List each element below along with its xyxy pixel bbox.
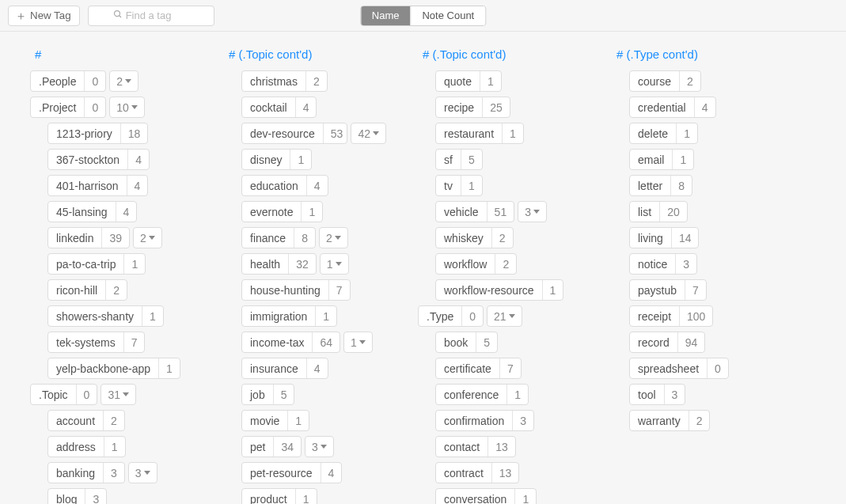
tag-expand-button[interactable]: 1 — [320, 253, 349, 275]
tag-pill[interactable]: .Project0 — [30, 97, 106, 118]
tag-pill[interactable]: list20 — [629, 201, 688, 222]
tag-pill[interactable]: book5 — [435, 332, 498, 353]
tag-expand-button[interactable]: 2 — [109, 70, 138, 92]
tag-pill[interactable]: vehicle51 — [435, 201, 514, 222]
tag-count: 100 — [679, 306, 712, 326]
tag-pill[interactable]: health32 — [241, 253, 317, 275]
tag-expand-button[interactable]: 3 — [305, 436, 334, 457]
tag-pill[interactable]: product1 — [241, 488, 317, 504]
tag-children-count: 21 — [494, 310, 506, 323]
tag-pill[interactable]: .People0 — [30, 70, 106, 92]
tag-expand-button[interactable]: 1 — [343, 332, 373, 353]
tag-pill[interactable]: warranty2 — [629, 410, 710, 431]
search-field[interactable] — [88, 6, 214, 26]
tag-pill[interactable]: receipt100 — [629, 305, 713, 327]
tag-pill[interactable]: course2 — [629, 70, 701, 92]
tag-expand-button[interactable]: 2 — [319, 227, 348, 248]
tag-pill[interactable]: 367-stockton4 — [47, 149, 150, 170]
tag-pill[interactable]: address1 — [47, 436, 126, 457]
tag-pill[interactable]: certificate7 — [435, 358, 522, 379]
tag-expand-button[interactable]: 21 — [487, 305, 522, 327]
sort-by-note-count[interactable]: Note Count — [410, 6, 485, 25]
search-input[interactable] — [126, 9, 189, 21]
tag-pill[interactable]: insurance4 — [241, 358, 328, 379]
tag-pill[interactable]: tek-systems7 — [47, 332, 145, 353]
tag-name: contact — [436, 437, 487, 457]
tag-pill[interactable]: job5 — [241, 384, 294, 405]
tag-pill[interactable]: tv1 — [435, 175, 483, 196]
tag-pill[interactable]: letter8 — [629, 175, 692, 196]
tag-pill[interactable]: email1 — [629, 149, 694, 170]
tag-pill[interactable]: evernote1 — [241, 201, 323, 222]
tag-pill[interactable]: .Topic0 — [30, 384, 97, 405]
tag-pill[interactable]: pet34 — [241, 436, 302, 457]
tag-name: movie — [242, 411, 287, 430]
tag-pill[interactable]: cocktail4 — [241, 97, 317, 118]
tag-pill[interactable]: record94 — [629, 332, 705, 353]
tag-pill[interactable]: tool3 — [629, 384, 685, 405]
tag-pill[interactable]: 45-lansing4 — [47, 201, 137, 222]
tag-row: cocktail4 — [241, 97, 386, 118]
tag-expand-button[interactable]: 31 — [101, 384, 136, 405]
tag-pill[interactable]: sf5 — [435, 149, 483, 170]
tag-pill[interactable]: 401-harrison4 — [47, 175, 148, 196]
tag-pill[interactable]: christmas2 — [241, 70, 328, 92]
tag-pill[interactable]: blog3 — [47, 488, 107, 504]
tag-pill[interactable]: contract13 — [435, 462, 519, 483]
tag-pill[interactable]: education4 — [241, 175, 328, 196]
chevron-down-icon — [335, 236, 341, 240]
tag-pill[interactable]: quote1 — [435, 70, 502, 92]
new-tag-button[interactable]: ＋ New Tag — [8, 6, 80, 26]
tag-pill[interactable]: pa-to-ca-trip1 — [47, 253, 146, 275]
tag-pill[interactable]: whiskey2 — [435, 227, 514, 248]
tag-pill[interactable]: paystub7 — [629, 279, 707, 301]
tag-pill[interactable]: linkedin39 — [47, 227, 130, 248]
tag-pill[interactable]: 1213-priory18 — [47, 123, 148, 144]
tag-pill[interactable]: contact13 — [435, 436, 516, 457]
tag-row: list20 — [629, 201, 774, 222]
chevron-down-icon — [509, 314, 515, 318]
tag-pill[interactable]: conversation1 — [435, 488, 537, 504]
tag-pill[interactable]: yelp-backbone-app1 — [47, 358, 180, 379]
column-header: # (.Topic cont'd) — [224, 47, 386, 61]
tag-count: 2 — [103, 411, 124, 430]
tag-pill[interactable]: immigration1 — [241, 305, 337, 327]
tag-pill[interactable]: conference1 — [435, 384, 529, 405]
tag-pill[interactable]: dev-resource53 — [241, 123, 347, 144]
sort-by-name[interactable]: Name — [361, 6, 411, 25]
tag-name: tv — [436, 176, 461, 195]
tag-expand-button[interactable]: 10 — [109, 97, 145, 118]
tag-pill[interactable]: account2 — [47, 410, 125, 431]
tag-pill[interactable]: finance8 — [241, 227, 316, 248]
tag-pill[interactable]: confirmation3 — [435, 410, 534, 431]
tag-row: tool3 — [629, 384, 774, 405]
tag-pill[interactable]: workflow2 — [435, 253, 517, 275]
tag-expand-button[interactable]: 3 — [128, 462, 157, 483]
tag-name: notice — [630, 254, 675, 274]
tag-expand-button[interactable]: 2 — [133, 227, 162, 248]
tag-pill[interactable]: banking3 — [47, 462, 125, 483]
tag-name: .Topic — [31, 385, 76, 404]
tag-pill[interactable]: disney1 — [241, 149, 312, 170]
tag-pill[interactable]: credential4 — [629, 97, 716, 118]
tag-pill[interactable]: .Type0 — [418, 305, 484, 327]
tag-pill[interactable]: income-tax64 — [241, 332, 340, 353]
tag-count: 0 — [76, 385, 97, 404]
tag-count: 1 — [301, 202, 322, 222]
tag-pill[interactable]: workflow-resource1 — [435, 279, 563, 301]
tag-pill[interactable]: delete1 — [629, 123, 698, 144]
tag-pill[interactable]: house-hunting7 — [241, 279, 351, 301]
tag-expand-button[interactable]: 3 — [518, 201, 547, 222]
tag-pill[interactable]: ricon-hill2 — [47, 279, 127, 301]
tag-pill[interactable]: notice3 — [629, 253, 697, 275]
tag-count: 4 — [127, 176, 148, 195]
tag-pill[interactable]: recipe25 — [435, 97, 510, 118]
tag-count: 4 — [306, 358, 328, 378]
tag-pill[interactable]: pet-resource4 — [241, 462, 342, 483]
tag-pill[interactable]: living14 — [629, 227, 699, 248]
tag-expand-button[interactable]: 42 — [351, 123, 386, 144]
tag-pill[interactable]: spreadsheet0 — [629, 358, 729, 379]
tag-pill[interactable]: showers-shanty1 — [47, 305, 164, 327]
tag-pill[interactable]: movie1 — [241, 410, 309, 431]
tag-pill[interactable]: restaurant1 — [435, 123, 524, 144]
